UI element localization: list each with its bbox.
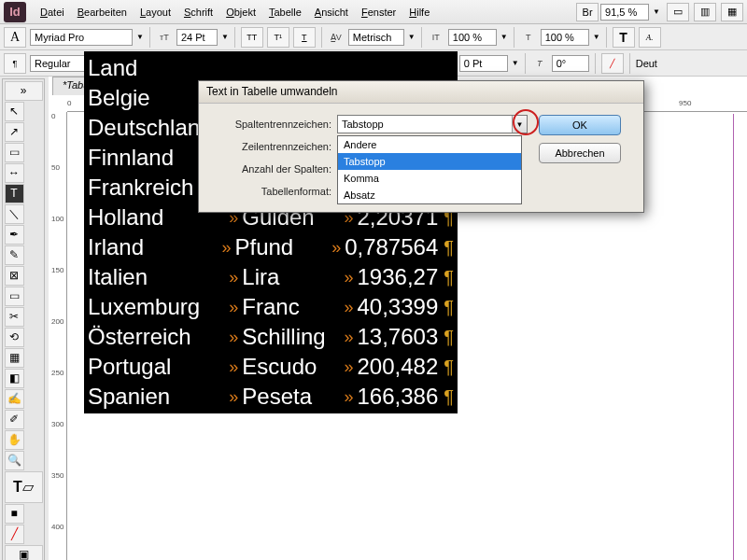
col-separator-dropdown: AndereTabstoppKommaAbsatz <box>337 135 522 204</box>
app-logo: Id <box>4 2 26 22</box>
chevron-down-icon[interactable]: ▼ <box>512 116 527 133</box>
right-margin-guide <box>733 114 734 560</box>
rect-tool[interactable]: ▭ <box>5 287 24 306</box>
table-row: Italien»Lira»1936,27¶ <box>88 262 454 292</box>
zoom-tool[interactable]: 🔍 <box>5 451 24 470</box>
superscript-button[interactable]: T¹ <box>267 27 289 48</box>
chevron-down-icon[interactable]: ▼ <box>500 33 508 41</box>
font-family-field[interactable] <box>30 29 133 46</box>
menu-bar: Id DateiBearbeitenLayoutSchriftObjektTab… <box>0 0 747 24</box>
chevron-down-icon[interactable]: ▼ <box>221 33 229 41</box>
vscale-icon: IT <box>428 33 444 42</box>
dialog-title: Text in Tabelle umwandeln <box>199 81 643 104</box>
arrange-icon[interactable]: ▦ <box>721 3 743 21</box>
col-separator-combo[interactable]: Tabstopp ▼ <box>337 115 528 133</box>
vscale-field[interactable] <box>448 29 497 46</box>
language-label: Deut <box>636 58 657 69</box>
page-tool[interactable]: ▭ <box>5 143 24 162</box>
row-separator-label: Zeilentrennzeichen: <box>210 141 331 152</box>
col-separator-label: Spaltentrennzeichen: <box>210 119 331 130</box>
view-options-icon[interactable]: ▥ <box>694 3 716 21</box>
selection-tool[interactable]: ↖ <box>5 102 24 121</box>
dropdown-option[interactable]: Komma <box>338 170 521 187</box>
hscale-icon: T <box>520 33 537 42</box>
screen-mode-tool[interactable]: ▣ <box>5 545 43 561</box>
dropdown-option[interactable]: Tabstopp <box>338 153 521 170</box>
chevron-down-icon[interactable]: ▼ <box>512 59 519 67</box>
chevron-down-icon[interactable]: ▼ <box>136 33 144 41</box>
allcaps-button[interactable]: TT <box>241 27 263 48</box>
table-row: Spanien»Peseta»166,386¶ <box>88 382 454 412</box>
ok-button[interactable]: OK <box>539 115 621 135</box>
char-style-button[interactable]: A. <box>639 27 661 48</box>
apply-color-button[interactable]: ■ <box>5 504 24 524</box>
fill-stroke-swap[interactable]: T ▱ <box>5 471 43 503</box>
hscale-field[interactable] <box>541 29 589 46</box>
scissors-tool[interactable]: ✂ <box>5 307 24 327</box>
menu-layout[interactable]: Layout <box>134 3 177 21</box>
type-tool[interactable]: T <box>5 184 24 203</box>
dropdown-option[interactable]: Absatz <box>338 187 521 203</box>
gradient-tool[interactable]: ▦ <box>5 348 24 368</box>
rect-frame-tool[interactable]: ⊠ <box>5 266 24 286</box>
font-size-field[interactable] <box>176 29 218 46</box>
baseline-field[interactable] <box>459 55 508 72</box>
toolbox: » ↖ ↗ ▭ ↔ T ＼ ✒ ✎ ⊠ ▭ ✂ ⟲ ▦ ◧ ✍ ✐ ✋ 🔍 T … <box>2 78 45 560</box>
hand-tool[interactable]: ✋ <box>5 430 24 450</box>
fill-color-button[interactable]: T <box>613 27 635 48</box>
note-tool[interactable]: ✍ <box>5 389 24 409</box>
table-row: Österreich»Schilling»13,7603¶ <box>88 322 454 352</box>
table-row: Portugal»Escudo»200,482¶ <box>88 352 454 382</box>
apply-none-button[interactable]: ╱ <box>5 525 24 544</box>
eyedropper-tool[interactable]: ✐ <box>5 410 24 429</box>
cancel-button[interactable]: Abbrechen <box>539 143 621 163</box>
char-format-button[interactable]: A <box>4 27 26 48</box>
kerning-icon: A̲V <box>328 33 345 42</box>
size-icon: тT <box>156 33 173 42</box>
gap-tool[interactable]: ↔ <box>5 163 24 183</box>
para-format-button[interactable]: ¶ <box>4 53 26 74</box>
table-format-label: Tabellenformat: <box>210 186 331 197</box>
menu-objekt[interactable]: Objekt <box>219 3 262 21</box>
line-tool[interactable]: ＼ <box>5 204 24 224</box>
table-row: Irland»Pfund»0,787564¶ <box>88 232 454 262</box>
chevron-down-icon[interactable]: ▼ <box>593 33 600 41</box>
skew-field[interactable] <box>552 55 589 72</box>
gradient-feather-tool[interactable]: ◧ <box>5 369 24 388</box>
col-separator-value: Tabstopp <box>342 119 384 130</box>
menu-hilfe[interactable]: Hilfe <box>402 3 436 21</box>
zoom-field[interactable] <box>600 4 649 21</box>
menu-bearbeiten[interactable]: Bearbeiten <box>71 3 134 21</box>
dropdown-option[interactable]: Andere <box>338 136 521 153</box>
screen-mode-icon[interactable]: ▭ <box>667 3 689 21</box>
pen-tool[interactable]: ✒ <box>5 225 24 245</box>
menu-schrift[interactable]: Schrift <box>177 3 219 21</box>
pencil-tool[interactable]: ✎ <box>5 245 24 265</box>
menu-tabelle[interactable]: Tabelle <box>262 3 308 21</box>
underline-button[interactable]: T <box>293 27 316 48</box>
table-row: Luxemburg»Franc»40,3399¶ <box>88 292 454 322</box>
chevron-down-icon[interactable]: ▼ <box>408 33 416 41</box>
stroke-color-button[interactable]: ╱ <box>601 53 624 74</box>
kerning-field[interactable] <box>348 29 404 46</box>
num-columns-label: Anzahl der Spalten: <box>210 163 331 175</box>
skew-icon: T <box>531 59 548 68</box>
vertical-ruler[interactable]: 050100150200250300350400450 <box>49 112 67 560</box>
menu-fenster[interactable]: Fenster <box>355 3 402 21</box>
expand-icon[interactable]: » <box>5 81 43 101</box>
bridge-icon[interactable]: Br <box>576 3 599 21</box>
convert-text-to-table-dialog: Text in Tabelle umwandeln Spaltentrennze… <box>198 80 644 213</box>
direct-selection-tool[interactable]: ↗ <box>5 122 24 142</box>
dropdown-arrow-icon[interactable]: ▼ <box>651 7 662 16</box>
menu-ansicht[interactable]: Ansicht <box>308 3 355 21</box>
transform-tool[interactable]: ⟲ <box>5 328 24 347</box>
control-panel-row1: A ▼ тT ▼ TT T¹ T A̲V ▼ IT ▼ T ▼ T A. <box>0 24 747 50</box>
menu-datei[interactable]: Datei <box>34 3 71 21</box>
